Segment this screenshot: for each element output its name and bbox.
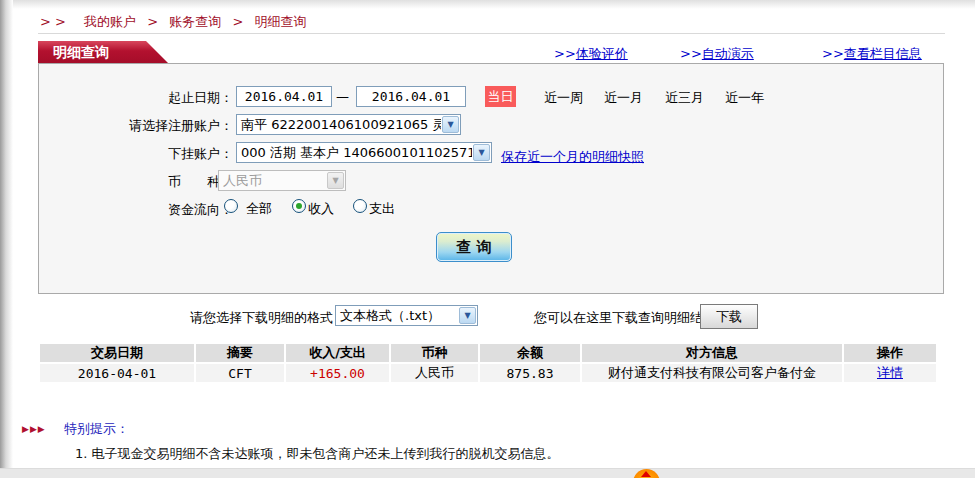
page-title-tab: 明细查询 [38, 41, 168, 63]
breadcrumb: > > 我的账户 > 账务查询 > 明细查询 [40, 13, 306, 31]
breadcrumb-my-account[interactable]: 我的账户 [84, 14, 136, 29]
col-header-currency: 币种 [391, 344, 478, 362]
col-header-summary: 摘要 [196, 344, 284, 362]
quick-range-quarter[interactable]: 近三月 [665, 89, 704, 107]
download-format-select[interactable]: 文本格式（.txt） ▼ [335, 305, 478, 326]
cell-summary: CFT [196, 364, 284, 382]
link-experience-rating[interactable]: >>体验评价 [554, 45, 628, 63]
cell-currency: 人民币 [391, 364, 478, 382]
flow-radio-expense[interactable] [353, 199, 367, 213]
quick-range-week[interactable]: 近一周 [544, 89, 583, 107]
notice-item-1: 1. 电子现金交易明细不含未达账项，即未包含商户还未上传到我行的脱机交易信息。 [75, 445, 560, 463]
flow-radio-expense-label: 支出 [369, 200, 395, 218]
quick-range-today-badge[interactable]: 当日 [485, 86, 516, 107]
cell-date: 2016-04-01 [40, 364, 194, 382]
download-hint-text: 您可以在这里下载查询明细结果 [534, 309, 716, 327]
col-header-amount: 收入/支出 [286, 344, 389, 362]
chevron-down-icon: ▼ [473, 144, 490, 161]
col-header-date: 交易日期 [40, 344, 194, 362]
download-format-label: 请您选择下载明细的格式 [190, 309, 333, 327]
flow-radio-all[interactable] [224, 199, 238, 213]
date-from-input[interactable] [236, 86, 332, 107]
table-row: 2016-04-01 CFT +165.00 人民币 875.83 财付通支付科… [40, 364, 936, 382]
detail-query-page: > > 我的账户 > 账务查询 > 明细查询 明细查询 >>体验评价 >>自动演… [0, 0, 975, 478]
cell-balance: 875.83 [480, 364, 580, 382]
breadcrumb-divider [38, 33, 945, 34]
col-header-counterparty: 对方信息 [582, 344, 842, 362]
flow-radio-all-label: 全部 [246, 200, 272, 218]
download-button[interactable]: 下载 [700, 304, 758, 329]
notice-title: 特别提示： [64, 420, 129, 438]
flow-radio-income-label: 收入 [308, 200, 334, 218]
register-account-select[interactable]: 南平 6222001406100921065 灵通卡 ▼ [236, 114, 461, 135]
flow-radio-income[interactable] [292, 199, 306, 213]
quick-range-year[interactable]: 近一年 [725, 89, 764, 107]
transaction-table: 交易日期 摘要 收入/支出 币种 余额 对方信息 操作 2016-04-01 C… [38, 342, 938, 384]
chevron-down-icon: ▼ [327, 172, 344, 189]
chevron-down-icon: ▼ [459, 307, 476, 324]
sub-account-label: 下挂账户： [39, 145, 233, 163]
currency-label: 币 种： [39, 173, 233, 191]
link-auto-demo[interactable]: >>自动演示 [680, 45, 754, 63]
sub-account-select[interactable]: 000 活期 基本户 1406600101102571848 ▼ [236, 142, 492, 163]
triple-arrow-icon: ▶▶▶ [22, 424, 46, 434]
cell-amount: +165.00 [286, 364, 389, 382]
top-shadow [0, 0, 975, 9]
breadcrumb-account-query[interactable]: 账务查询 [169, 14, 221, 29]
register-account-label: 请选择注册账户： [39, 117, 233, 135]
date-to-input[interactable] [356, 86, 466, 107]
query-form-panel: 起止日期： — 当日 近一周 近一月 近三月 近一年 请选择注册账户： 南平 6… [38, 63, 944, 294]
date-dash: — [336, 89, 349, 104]
cell-counterparty: 财付通支付科技有限公司客户备付金 [582, 364, 842, 382]
col-header-balance: 余额 [480, 344, 580, 362]
save-snapshot-link[interactable]: 保存近一个月的明细快照 [501, 148, 644, 166]
bottom-strip [0, 468, 975, 478]
breadcrumb-prefix: > > [40, 14, 66, 29]
left-shadow [0, 0, 13, 478]
col-header-action: 操作 [844, 344, 936, 362]
currency-select-disabled: 人民币 ▼ [218, 170, 346, 191]
link-view-column-info[interactable]: >>查看栏目信息 [822, 45, 922, 63]
breadcrumb-current: 明细查询 [254, 14, 306, 29]
table-header-row: 交易日期 摘要 收入/支出 币种 余额 对方信息 操作 [40, 344, 936, 362]
detail-link[interactable]: 详情 [877, 365, 903, 380]
quick-range-month[interactable]: 近一月 [604, 89, 643, 107]
chevron-down-icon: ▼ [442, 116, 459, 133]
date-range-label: 起止日期： [39, 89, 233, 107]
breadcrumb-separator: > [147, 14, 158, 29]
fund-flow-label: 资金流向： [39, 201, 233, 219]
query-button[interactable]: 查 询 [436, 232, 512, 262]
breadcrumb-separator: > [232, 14, 243, 29]
